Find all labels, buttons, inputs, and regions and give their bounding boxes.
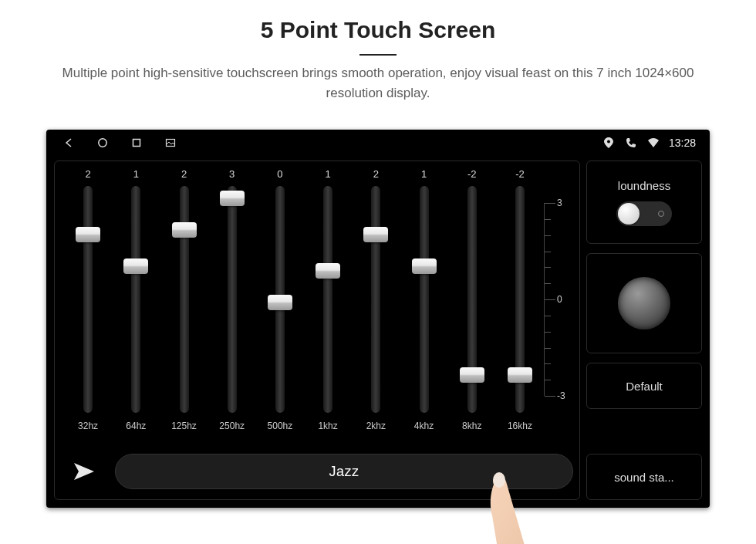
- eq-slider[interactable]: [515, 186, 525, 413]
- loudness-switch[interactable]: [616, 201, 672, 226]
- eq-band-0: 232hz: [64, 166, 112, 436]
- eq-band-9: -216khz: [496, 166, 544, 436]
- page-subtitle: Multiple point high-sensitive touchscree…: [62, 63, 694, 103]
- eq-slider[interactable]: [371, 186, 380, 413]
- balance-control[interactable]: [586, 253, 702, 353]
- loudness-box: loundness: [586, 160, 702, 244]
- eq-band-freq: 16khz: [508, 416, 532, 436]
- svg-rect-2: [167, 140, 175, 147]
- eq-band-value: 2: [373, 166, 379, 183]
- eq-slider[interactable]: [83, 186, 93, 413]
- location-icon: [604, 137, 615, 148]
- eq-band-value: 1: [133, 166, 139, 183]
- eq-scale: 30-3: [544, 166, 570, 436]
- eq-band-3: 3250hz: [208, 166, 256, 436]
- eq-band-freq: 125hz: [171, 416, 197, 436]
- eq-slider[interactable]: [180, 186, 189, 413]
- eq-band-value: 1: [421, 166, 427, 183]
- eq-preset-label: Jazz: [329, 464, 359, 480]
- loudness-label: loundness: [618, 179, 670, 192]
- eq-slider[interactable]: [131, 186, 140, 413]
- eq-slider-knob[interactable]: [412, 258, 437, 274]
- eq-band-7: 14khz: [400, 166, 447, 436]
- title-divider: [359, 54, 397, 56]
- gallery-icon[interactable]: [165, 137, 176, 148]
- eq-preset-button[interactable]: Jazz: [115, 454, 573, 489]
- eq-slider-knob[interactable]: [316, 263, 340, 279]
- eq-slider[interactable]: [228, 186, 237, 413]
- eq-band-freq: 64hz: [126, 416, 146, 436]
- eq-slider-knob[interactable]: [123, 258, 148, 274]
- eq-band-6: 22khz: [352, 166, 400, 436]
- eq-band-value: 0: [277, 166, 282, 183]
- eq-band-value: 2: [85, 166, 90, 183]
- nav-home-icon[interactable]: [97, 137, 108, 148]
- default-button[interactable]: Default: [586, 363, 702, 409]
- eq-slider-knob[interactable]: [460, 367, 484, 383]
- eq-band-freq: 500hz: [268, 416, 293, 436]
- eq-slider[interactable]: [323, 186, 332, 413]
- clock-text: 13:28: [669, 137, 696, 149]
- eq-band-8: -28khz: [448, 166, 496, 436]
- page-title: 5 Point Touch Screen: [0, 17, 756, 43]
- eq-band-value: 2: [181, 166, 187, 183]
- eq-slider-knob[interactable]: [363, 227, 388, 242]
- default-button-label: Default: [626, 380, 663, 393]
- eq-band-1: 164hz: [112, 166, 160, 436]
- eq-band-freq: 8khz: [462, 416, 481, 436]
- soundstage-button[interactable]: sound sta...: [586, 454, 702, 500]
- eq-band-5: 11khz: [304, 166, 352, 436]
- eq-band-value: 3: [229, 166, 235, 183]
- eq-band-value: -2: [467, 166, 477, 183]
- system-bar: 13:28: [46, 130, 710, 156]
- eq-band-value: -2: [515, 166, 525, 183]
- eq-slider[interactable]: [420, 186, 429, 413]
- eq-band-freq: 4khz: [414, 416, 434, 436]
- wifi-icon: [647, 137, 658, 148]
- svg-point-0: [99, 139, 106, 147]
- eq-band-freq: 250hz: [219, 416, 245, 436]
- eq-slider-knob[interactable]: [508, 367, 532, 383]
- nav-back-icon[interactable]: [63, 137, 74, 148]
- switch-knob: [618, 203, 640, 225]
- nav-recent-icon[interactable]: [131, 137, 142, 148]
- eq-band-freq: 2khz: [366, 416, 386, 436]
- back-button[interactable]: [61, 454, 103, 488]
- eq-slider[interactable]: [467, 186, 477, 413]
- eq-band-2: 2125hz: [160, 166, 208, 436]
- eq-slider[interactable]: [275, 186, 285, 413]
- eq-slider-knob[interactable]: [268, 295, 292, 310]
- joystick-icon: [618, 277, 670, 329]
- svg-rect-1: [133, 140, 140, 147]
- phone-icon: [626, 137, 636, 148]
- eq-band-freq: 32hz: [78, 416, 98, 436]
- eq-slider-knob[interactable]: [172, 222, 197, 238]
- soundstage-button-label: sound sta...: [614, 471, 674, 484]
- device-screen: 13:28 232hz164hz2125hz3250hz0500hz11khz2…: [46, 130, 710, 508]
- equalizer-panel: 232hz164hz2125hz3250hz0500hz11khz22khz14…: [54, 160, 580, 500]
- switch-indicator: [658, 211, 664, 217]
- eq-slider-knob[interactable]: [76, 227, 100, 242]
- eq-band-freq: 1khz: [318, 416, 337, 436]
- eq-band-4: 0500hz: [256, 166, 304, 436]
- eq-band-value: 1: [326, 166, 331, 183]
- eq-slider-knob[interactable]: [220, 191, 245, 206]
- side-panel: loundness Default sound sta...: [586, 160, 702, 500]
